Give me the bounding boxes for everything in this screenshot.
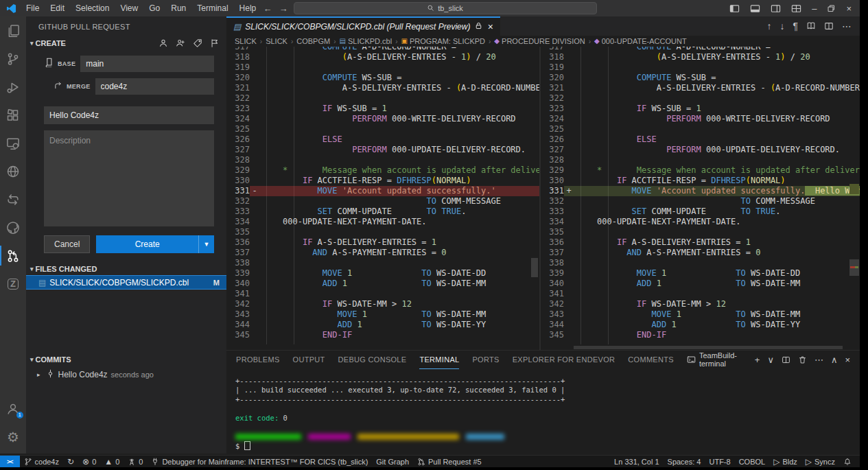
panel-tab-output[interactable]: OUTPUT	[293, 351, 325, 369]
trash-icon[interactable]	[798, 355, 807, 364]
layoutL-icon[interactable]	[729, 3, 740, 14]
code-line-318[interactable]: 318 (A-S-DELIVERY-ENTRIES - 1) / 20	[226, 52, 539, 62]
chevron-right-icon[interactable]: ▸	[37, 371, 40, 378]
status-indentation[interactable]: Spaces: 4	[664, 456, 705, 467]
panel-tab-explorer-for-endevor[interactable]: EXPLORER FOR ENDEVOR	[513, 351, 615, 369]
back-icon[interactable]: ←	[263, 4, 272, 13]
code-line-343[interactable]: 343 MOVE 1 TO WS-DATE-MM	[226, 309, 539, 320]
status-notifications[interactable]	[839, 456, 856, 467]
code-line-331[interactable]: 331+ MOVE 'Account updated successfully.…	[541, 186, 860, 196]
code-line-330[interactable]: 330 IF ACCTFILE-RESP = DFHRESP(NORMAL)	[226, 176, 539, 186]
panel-tab-ports[interactable]: PORTS	[472, 351, 499, 369]
assignees-icon[interactable]	[159, 38, 168, 48]
code-line-320[interactable]: 320 COMPUTE WS-SUB =	[226, 73, 539, 83]
code-line-339[interactable]: 339 MOVE 1 TO WS-DATE-DD	[226, 268, 539, 279]
code-line-338[interactable]: 338	[541, 258, 860, 268]
menu-selection[interactable]: Selection	[70, 3, 115, 13]
scrollbar-thumb[interactable]	[849, 259, 859, 276]
breadcrumb-item[interactable]: ◆PROCEDURE DIVISION	[494, 37, 585, 45]
split-icon[interactable]	[782, 355, 790, 364]
code-line-335[interactable]: 335	[226, 227, 539, 237]
breadcrumb-item[interactable]: ▤SLICKPD.cbl	[340, 37, 392, 45]
min-icon[interactable]: –	[812, 4, 817, 13]
layoutG-icon[interactable]	[791, 3, 801, 14]
activity-debug[interactable]	[0, 73, 26, 101]
code-line-333[interactable]: 333 SET COMM-UPDATE TO TRUE.	[226, 207, 539, 217]
code-line-336[interactable]: 336 IF A-S-DELIVERY-ENTRIES = 1	[541, 237, 860, 248]
code-line-326[interactable]: 326 ELSE	[541, 134, 860, 145]
merge-input[interactable]	[95, 78, 214, 95]
code-line-320[interactable]: 320 COMPUTE WS-SUB =	[541, 73, 860, 83]
closewin-icon[interactable]: ×	[846, 4, 852, 13]
code-line-334[interactable]: 334000-UPDATE-NEXT-PAYMENT-DATE.	[226, 217, 539, 227]
code-line-319[interactable]: 319	[226, 62, 539, 73]
scrollbar-thumb[interactable]	[531, 258, 538, 277]
code-line-344[interactable]: 344 ADD 1 TO WS-DATE-YY	[541, 320, 860, 330]
cancel-button[interactable]: Cancel	[44, 235, 90, 253]
code-line-321[interactable]: 321 A-S-DELIVERY-ENTRIES - (A-D-RECORD-N…	[226, 83, 539, 93]
code-line-340[interactable]: 340 ADD 1 TO WS-DATE-MM	[541, 279, 860, 289]
code-line-321[interactable]: 321 A-S-DELIVERY-ENTRIES - (A-D-RECORD-N…	[541, 83, 860, 93]
description-textarea[interactable]	[44, 130, 214, 226]
milestone-icon[interactable]	[210, 38, 220, 48]
code-line-317[interactable]: 317 COMPUTE A-D-RECORD-NUMBER =	[541, 47, 860, 52]
status-warnings[interactable]: ▲0	[100, 456, 124, 467]
split-icon[interactable]	[824, 21, 834, 31]
status-language-mode[interactable]: COBOL	[735, 456, 770, 467]
code-line-322[interactable]: 322	[541, 93, 860, 104]
status-errors[interactable]: ⊗0	[78, 456, 100, 467]
para-icon[interactable]: ¶	[793, 21, 798, 31]
create-button[interactable]: Create ▼	[96, 235, 214, 253]
activity-github[interactable]	[0, 213, 26, 242]
menu-view[interactable]: View	[115, 3, 143, 13]
code-line-322[interactable]: 322	[226, 93, 539, 104]
code-line-338[interactable]: 338	[226, 258, 539, 268]
create-dropdown-chevron-icon[interactable]: ▼	[198, 235, 214, 253]
code-line-325[interactable]: 325	[226, 124, 539, 134]
code-line-332[interactable]: 332 TO COMM-MESSAGE	[226, 196, 539, 207]
status-debugger[interactable]: Debugger for Mainframe: INTERTEST™ FOR C…	[147, 456, 372, 467]
pr-title-input[interactable]	[44, 106, 214, 124]
code-line-331[interactable]: 331- MOVE 'Account updated successfully.…	[226, 186, 539, 196]
chevup-icon[interactable]: ∧	[831, 355, 838, 364]
breadcrumb-item[interactable]: ◆000-UPDATE-ACCOUNT	[594, 37, 687, 45]
dots-icon[interactable]: ⋯	[814, 355, 823, 364]
code-line-333[interactable]: 333 SET COMM-UPDATE TO TRUE.	[541, 207, 860, 217]
breadcrumb-item[interactable]: COBPGM	[296, 37, 330, 45]
panel-tab-debug-console[interactable]: DEBUG CONSOLE	[338, 351, 407, 369]
code-line-345[interactable]: 345 END-IF	[226, 330, 539, 340]
code-line-323[interactable]: 323 IF WS-SUB = 1	[226, 104, 539, 114]
terminal-content[interactable]: +---------------------------------------…	[226, 368, 860, 450]
up-icon[interactable]: ↑	[766, 21, 771, 31]
code-line-329[interactable]: 329* Message when account is updated aft…	[541, 165, 860, 176]
activity-extensions[interactable]	[0, 101, 26, 129]
fwd-icon[interactable]: →	[279, 4, 288, 13]
code-line-341[interactable]: 341	[226, 289, 539, 299]
status-pull-request[interactable]: Pull Request #5	[413, 456, 486, 467]
activity-pipeline[interactable]	[0, 185, 26, 213]
code-line-329[interactable]: 329* Message when account is updated aft…	[226, 165, 539, 176]
terminal-selector[interactable]: TeamBuild-terminal	[687, 351, 747, 368]
editor-tab[interactable]: ▤ SLICK/SLICK/COBPGM/SLICKPD.cbl (Pull R…	[226, 16, 500, 36]
close-icon[interactable]: ×	[487, 22, 493, 32]
menu-file[interactable]: File	[21, 3, 45, 13]
status-sync-changes[interactable]: ↻	[63, 456, 78, 467]
horizontal-scrollbar[interactable]	[574, 346, 843, 349]
activity-account[interactable]: 1	[0, 395, 26, 423]
breadcrumb-item[interactable]: ▣PROGRAM: SLICKPD	[401, 37, 485, 45]
code-line-317[interactable]: 317 COMPUTE A-D-RECORD-NUMBER =	[226, 47, 539, 52]
status-encoding[interactable]: UTF-8	[705, 456, 734, 467]
reviewers-icon[interactable]	[176, 38, 185, 48]
code-line-342[interactable]: 342 IF WS-DATE-MM > 12	[226, 299, 539, 309]
code-line-328[interactable]: 328	[226, 155, 539, 165]
status-remote-indicator[interactable]: ><	[0, 456, 20, 467]
panel-tab-comments[interactable]: COMMENTS	[628, 351, 674, 369]
status-git-graph[interactable]: Git Graph	[372, 456, 413, 467]
breadcrumb-item[interactable]: SLICK	[266, 37, 288, 45]
commit-row[interactable]: ▸ Hello Code4z seconds ago	[26, 366, 226, 380]
status-ports[interactable]: 0	[124, 456, 147, 467]
panel-tab-problems[interactable]: PROBLEMS	[236, 351, 280, 369]
code-line-336[interactable]: 336 IF A-S-DELIVERY-ENTRIES = 1	[226, 237, 539, 248]
menu-go[interactable]: Go	[143, 3, 165, 13]
code-line-330[interactable]: 330 IF ACCTFILE-RESP = DFHRESP(NORMAL)	[541, 176, 860, 186]
